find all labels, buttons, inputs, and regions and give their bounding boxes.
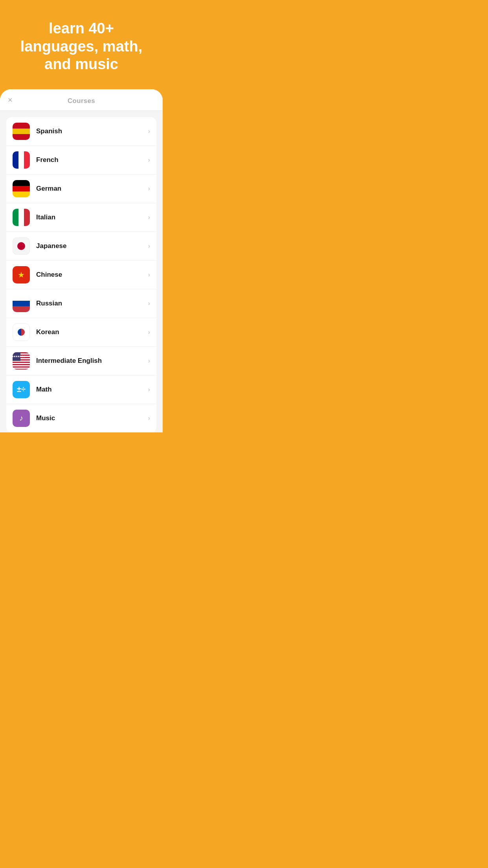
course-item-italian[interactable]: Italian › <box>6 203 156 232</box>
courses-list: Spanish › French › German › Italian › Ja… <box>0 111 163 432</box>
course-item-japanese[interactable]: Japanese › <box>6 232 156 261</box>
flag-spain <box>13 123 30 140</box>
header-section: learn 40+languages, math,and music <box>5 0 158 89</box>
math-icon: ±÷ <box>13 381 30 398</box>
course-name-math: Math <box>36 386 148 394</box>
chevron-icon-russian: › <box>148 300 150 307</box>
course-item-french[interactable]: French › <box>6 146 156 175</box>
flag-korea <box>13 324 30 341</box>
korea-circle <box>18 329 25 336</box>
math-symbol: ±÷ <box>17 385 26 394</box>
flag-russia <box>13 295 30 312</box>
chevron-icon-korean: › <box>148 329 150 336</box>
chevron-icon-french: › <box>148 156 150 164</box>
modal-title: Courses <box>68 97 95 105</box>
chevron-icon-intermediate-english: › <box>148 357 150 364</box>
course-name-japanese: Japanese <box>36 242 148 250</box>
usa-stars: ★★★★★★★★★ <box>13 355 25 358</box>
course-name-russian: Russian <box>36 300 148 307</box>
course-name-italian: Italian <box>36 213 148 221</box>
flag-china: ★ <box>13 266 30 283</box>
modal-header: × Courses <box>0 89 163 111</box>
course-name-intermediate-english: Intermediate English <box>36 357 148 365</box>
chevron-icon-chinese: › <box>148 271 150 278</box>
flag-italy <box>13 209 30 226</box>
flag-usa: ★★★★★★★★★ <box>13 352 30 370</box>
korea-flag-inner <box>13 324 29 340</box>
music-symbol: ♪ <box>19 414 23 423</box>
course-item-german[interactable]: German › <box>6 175 156 203</box>
china-star: ★ <box>18 271 25 279</box>
chevron-icon-music: › <box>148 415 150 422</box>
chevron-icon-math: › <box>148 386 150 393</box>
course-name-music: Music <box>36 414 148 422</box>
chevron-icon-german: › <box>148 185 150 192</box>
course-item-math[interactable]: ±÷ Math › <box>6 375 156 404</box>
chevron-icon-japanese: › <box>148 243 150 250</box>
chevron-icon-italian: › <box>148 214 150 221</box>
course-name-chinese: Chinese <box>36 271 148 279</box>
close-button[interactable]: × <box>8 96 13 104</box>
course-name-spanish: Spanish <box>36 127 148 135</box>
flag-japan <box>13 237 30 255</box>
music-icon: ♪ <box>13 410 30 427</box>
course-item-chinese[interactable]: ★ Chinese › <box>6 261 156 289</box>
course-item-music[interactable]: ♪ Music › <box>6 404 156 432</box>
course-item-intermediate-english[interactable]: ★★★★★★★★★ Intermediate English › <box>6 347 156 375</box>
course-name-french: French <box>36 156 148 164</box>
course-item-russian[interactable]: Russian › <box>6 289 156 318</box>
japan-circle <box>17 242 25 250</box>
header-title: learn 40+languages, math,and music <box>20 20 142 72</box>
course-item-korean[interactable]: Korean › <box>6 318 156 347</box>
course-name-korean: Korean <box>36 328 148 336</box>
chevron-icon-spanish: › <box>148 128 150 135</box>
course-item-spanish[interactable]: Spanish › <box>6 117 156 146</box>
modal-card: × Courses Spanish › French › German › It… <box>0 89 163 432</box>
course-name-german: German <box>36 185 148 193</box>
flag-germany <box>13 180 30 197</box>
flag-france <box>13 151 30 169</box>
